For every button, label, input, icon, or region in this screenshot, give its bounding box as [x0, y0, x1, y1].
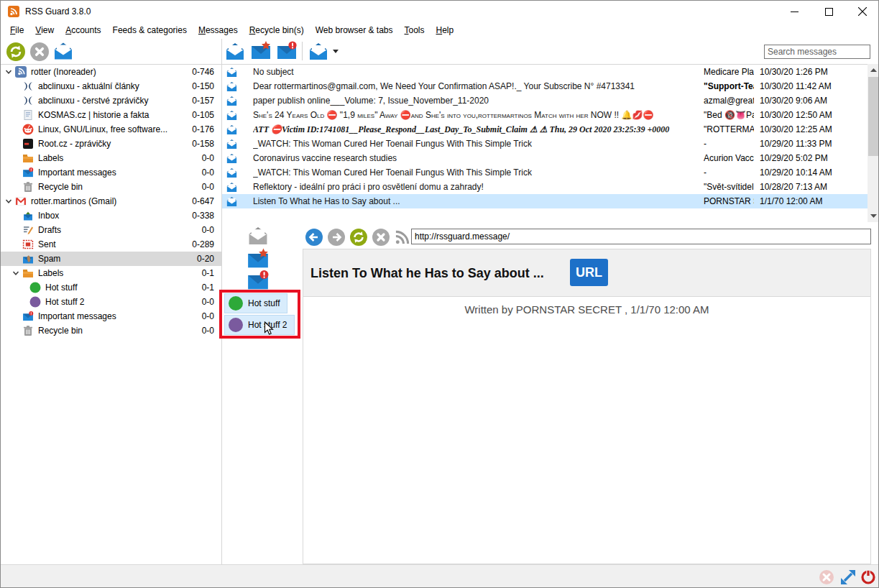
- unread-count-badge: 0-0: [202, 311, 214, 321]
- label-button-hot-stuff[interactable]: Hot stuff: [224, 293, 287, 313]
- browser-url-input[interactable]: [411, 229, 871, 244]
- message-sender: "Svět-svítidel.cz" ...: [704, 182, 754, 192]
- toggle-unread-button[interactable]: [247, 270, 270, 291]
- browser-back-button[interactable]: [305, 229, 323, 246]
- message-row[interactable]: No subjectMedicare Plan <e...10/30/20 1:…: [222, 65, 868, 79]
- message-date: 10/30/20 12:50 AM: [754, 110, 868, 120]
- dropdown-caret-icon[interactable]: [333, 50, 339, 53]
- collapse-chevron-icon[interactable]: [5, 68, 15, 75]
- feed-row-abclinuxu-aktu-ln-l-nky[interactable]: abclinuxu - aktuální články0-150: [1, 79, 221, 93]
- search-messages-input[interactable]: [764, 45, 870, 59]
- menu-recycle-bin-s[interactable]: Recycle bin(s): [244, 22, 310, 39]
- browser-forward-button[interactable]: [328, 229, 345, 246]
- feed-row-rotter-inoreader[interactable]: rotter (Inoreader)0-746: [1, 65, 221, 79]
- message-row[interactable]: _WATCH: This Woman Cured Her Toenail Fun…: [222, 165, 868, 180]
- abclinuxu-icon: [22, 81, 34, 92]
- maximize-button[interactable]: [812, 1, 845, 22]
- scroll-up-arrow[interactable]: [868, 64, 879, 76]
- browser-reload-button[interactable]: [350, 229, 367, 246]
- scroll-down-arrow[interactable]: [868, 210, 879, 222]
- unread-count-badge: 0-0: [202, 167, 214, 178]
- feed-row-abclinuxu-erstv-zpr-vi-ky[interactable]: abclinuxu - čerstvé zprávičky0-157: [1, 93, 221, 108]
- mark-message-important-button[interactable]: [250, 40, 272, 61]
- feed-row-important-messages[interactable]: Important messages0-0: [1, 309, 221, 323]
- unread-count-badge: 0-0: [202, 182, 214, 192]
- close-button[interactable]: [846, 1, 879, 22]
- feed-row-recycle-bin[interactable]: Recycle bin0-0: [1, 180, 221, 194]
- feed-row-important-messages[interactable]: Important messages0-0: [1, 165, 221, 180]
- mark-feeds-read-button[interactable]: [52, 41, 74, 61]
- feed-row-recycle-bin[interactable]: Recycle bin0-0: [1, 323, 221, 338]
- fullscreen-toggle-icon[interactable]: [840, 569, 856, 585]
- message-actions-dropdown-button[interactable]: [308, 42, 329, 61]
- message-subject: She's 24 Years Old ⛔ "1,9 miles" Away ⛔a…: [253, 110, 704, 120]
- menu-help[interactable]: Help: [431, 22, 460, 39]
- mark-message-unread-button[interactable]: [276, 40, 298, 61]
- toggle-important-button[interactable]: [247, 248, 270, 270]
- stop-refresh-button[interactable]: [30, 42, 49, 61]
- feed-row-linux-gnu-linux-free-software[interactable]: Linux, GNU/Linux, free software...0-176: [1, 122, 221, 137]
- circle-green-icon: [29, 282, 41, 293]
- message-date: 10/28/20 7:13 AM: [754, 182, 868, 192]
- menu-bar: FileViewAccountsFeeds & categoriesMessag…: [1, 22, 878, 39]
- feed-row-labels[interactable]: Labels0-0: [1, 151, 221, 165]
- feed-row-spam[interactable]: Spam0-20: [1, 252, 221, 266]
- collapse-chevron-icon[interactable]: [12, 270, 22, 277]
- message-url-button[interactable]: URL: [570, 259, 608, 286]
- menu-messages[interactable]: Messages: [193, 22, 244, 39]
- menu-view[interactable]: View: [29, 22, 60, 39]
- unread-envelope-icon: [226, 81, 238, 92]
- menu-web-browser-tabs[interactable]: Web browser & tabs: [310, 22, 399, 39]
- feed-row-root-cz-zpr-vi-ky[interactable]: Root.cz - zprávičky0-158: [1, 137, 221, 151]
- unread-count-badge: 0-1: [202, 268, 214, 278]
- scrollbar-thumb[interactable]: [868, 77, 879, 156]
- message-subject: Dear rottermartinos@gmail.com, We Need Y…: [253, 81, 704, 91]
- message-byline: Written by PORNSTAR SECRET , 1/1/70 12:0…: [303, 303, 870, 316]
- quit-app-icon[interactable]: [860, 569, 876, 585]
- message-row[interactable]: paper publish online___Volume: 7, Issue_…: [222, 93, 868, 108]
- feed-label: Drafts: [38, 225, 202, 235]
- toolbar-separator: [302, 42, 303, 60]
- stop-downloads-disabled-icon[interactable]: [819, 569, 834, 585]
- menu-file[interactable]: File: [4, 22, 29, 39]
- message-row[interactable]: ATT ⛔Victim ID:1741081__Please_Respond__…: [222, 122, 868, 137]
- message-list: No subjectMedicare Plan <e...10/30/20 1:…: [222, 65, 868, 222]
- unread-count-badge: 0-158: [192, 139, 214, 149]
- status-bar: [1, 564, 879, 588]
- mark-message-read-button[interactable]: [224, 42, 246, 61]
- message-row[interactable]: Listen To What he Has to Say about ...PO…: [222, 194, 868, 208]
- unread-count-badge: 0-1: [202, 282, 214, 293]
- toggle-read-status-button[interactable]: [247, 226, 270, 246]
- browser-stop-button[interactable]: [372, 229, 390, 246]
- message-row[interactable]: Coronavirus vaccine research studiesAcur…: [222, 151, 868, 165]
- unread-envelope-icon: [226, 139, 238, 150]
- label-button-hot-stuff-2[interactable]: Hot stuff 2: [224, 315, 295, 335]
- menu-tools[interactable]: Tools: [399, 22, 431, 39]
- refresh-feeds-button[interactable]: [6, 42, 25, 61]
- menu-accounts[interactable]: Accounts: [60, 22, 106, 39]
- feed-row-hot-stuff-2[interactable]: Hot stuff 20-0: [1, 295, 221, 309]
- message-sender: "ROTTERMARTIN...: [704, 124, 754, 134]
- feed-row-kosmas-cz-historie-a-fakta[interactable]: KOSMAS.cz | historie a fakta0-105: [1, 108, 221, 122]
- message-sender: Medicare Plan <e...: [704, 67, 754, 77]
- feed-row-labels[interactable]: Labels0-1: [1, 266, 221, 280]
- feed-row-rotter-martinos-gmail[interactable]: rotter.martinos (Gmail)0-647: [1, 194, 221, 208]
- feed-row-inbox[interactable]: Inbox0-338: [1, 208, 221, 223]
- message-row[interactable]: She's 24 Years Old ⛔ "1,9 miles" Away ⛔a…: [222, 108, 868, 122]
- feed-label: Important messages: [38, 167, 202, 178]
- abclinuxu-icon: [22, 95, 34, 106]
- minimize-button[interactable]: [778, 1, 811, 22]
- unread-envelope-icon: [226, 124, 238, 135]
- message-row[interactable]: _WATCH: This Woman Cured Her Toenail Fun…: [222, 137, 868, 151]
- message-list-scrollbar[interactable]: [868, 64, 879, 222]
- feed-row-drafts[interactable]: Drafts0-0: [1, 223, 221, 237]
- message-row[interactable]: Reflektory - ideální pro práci i pro osv…: [222, 180, 868, 194]
- message-sender: Acurion Vaccine S...: [704, 153, 754, 163]
- feed-row-hot-stuff[interactable]: Hot stuff0-1: [1, 280, 221, 295]
- menu-feeds-categories[interactable]: Feeds & categories: [107, 22, 193, 39]
- collapse-chevron-icon[interactable]: [5, 198, 15, 205]
- unread-count-badge: 0-176: [192, 124, 214, 134]
- message-row[interactable]: Dear rottermartinos@gmail.com, We Need Y…: [222, 79, 868, 93]
- feed-row-sent[interactable]: Sent0-289: [1, 237, 221, 252]
- trash-icon: [22, 325, 34, 336]
